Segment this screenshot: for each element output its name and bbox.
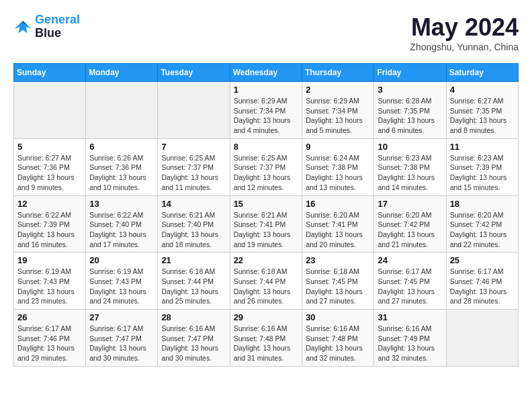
calendar-cell xyxy=(158,82,230,139)
calendar-week: 1Sunrise: 6:29 AM Sunset: 7:34 PM Daylig… xyxy=(14,82,519,139)
calendar-table: SundayMondayTuesdayWednesdayThursdayFrid… xyxy=(13,63,519,367)
day-number: 2 xyxy=(306,85,370,95)
calendar-week: 26Sunrise: 6:17 AM Sunset: 7:46 PM Dayli… xyxy=(14,310,519,367)
day-number: 17 xyxy=(378,199,442,209)
day-info: Sunrise: 6:29 AM Sunset: 7:34 PM Dayligh… xyxy=(306,96,370,136)
calendar-cell: 18Sunrise: 6:20 AM Sunset: 7:42 PM Dayli… xyxy=(446,195,518,253)
calendar-cell: 26Sunrise: 6:17 AM Sunset: 7:46 PM Dayli… xyxy=(14,310,86,367)
day-info: Sunrise: 6:18 AM Sunset: 7:44 PM Dayligh… xyxy=(234,267,299,306)
day-number: 12 xyxy=(17,199,82,209)
calendar-body: 1Sunrise: 6:29 AM Sunset: 7:34 PM Daylig… xyxy=(14,82,519,367)
calendar-cell: 21Sunrise: 6:18 AM Sunset: 7:44 PM Dayli… xyxy=(158,253,230,310)
day-number: 14 xyxy=(161,199,226,209)
calendar-cell: 22Sunrise: 6:18 AM Sunset: 7:44 PM Dayli… xyxy=(230,253,302,310)
calendar-header: SundayMondayTuesdayWednesdayThursdayFrid… xyxy=(14,64,519,82)
calendar-cell: 10Sunrise: 6:23 AM Sunset: 7:38 PM Dayli… xyxy=(374,138,446,195)
calendar-cell: 27Sunrise: 6:17 AM Sunset: 7:47 PM Dayli… xyxy=(86,310,158,367)
day-number: 16 xyxy=(306,199,370,209)
calendar-cell xyxy=(86,82,158,139)
title-area: May 2024 Zhongshu, Yunnan, China xyxy=(410,13,519,52)
calendar-cell: 3Sunrise: 6:28 AM Sunset: 7:35 PM Daylig… xyxy=(374,82,446,139)
calendar-cell: 16Sunrise: 6:20 AM Sunset: 7:41 PM Dayli… xyxy=(302,195,374,253)
header-day: Saturday xyxy=(446,64,518,82)
calendar-cell: 15Sunrise: 6:21 AM Sunset: 7:41 PM Dayli… xyxy=(230,195,302,253)
day-number: 8 xyxy=(234,142,299,152)
header-day: Monday xyxy=(86,64,158,82)
day-number: 23 xyxy=(306,255,370,265)
day-info: Sunrise: 6:26 AM Sunset: 7:36 PM Dayligh… xyxy=(89,153,154,193)
day-info: Sunrise: 6:17 AM Sunset: 7:46 PM Dayligh… xyxy=(17,324,82,363)
calendar-week: 5Sunrise: 6:27 AM Sunset: 7:36 PM Daylig… xyxy=(14,138,519,195)
header-day: Wednesday xyxy=(230,64,302,82)
day-number: 4 xyxy=(450,85,515,95)
page-header: GeneralBlue May 2024 Zhongshu, Yunnan, C… xyxy=(13,13,519,52)
day-info: Sunrise: 6:19 AM Sunset: 7:43 PM Dayligh… xyxy=(89,267,154,306)
calendar-cell xyxy=(446,310,518,367)
logo: GeneralBlue xyxy=(13,13,80,40)
header-row: SundayMondayTuesdayWednesdayThursdayFrid… xyxy=(14,64,519,82)
day-info: Sunrise: 6:17 AM Sunset: 7:46 PM Dayligh… xyxy=(450,267,515,306)
day-number: 6 xyxy=(89,142,154,152)
calendar-cell: 29Sunrise: 6:16 AM Sunset: 7:48 PM Dayli… xyxy=(230,310,302,367)
day-info: Sunrise: 6:29 AM Sunset: 7:34 PM Dayligh… xyxy=(234,96,299,136)
calendar-cell xyxy=(14,82,86,139)
day-info: Sunrise: 6:16 AM Sunset: 7:48 PM Dayligh… xyxy=(234,324,299,363)
logo-icon xyxy=(13,17,32,36)
calendar-week: 12Sunrise: 6:22 AM Sunset: 7:39 PM Dayli… xyxy=(14,195,519,253)
calendar-cell: 30Sunrise: 6:16 AM Sunset: 7:48 PM Dayli… xyxy=(302,310,374,367)
day-number: 19 xyxy=(17,255,82,265)
day-info: Sunrise: 6:23 AM Sunset: 7:38 PM Dayligh… xyxy=(378,153,442,193)
day-number: 27 xyxy=(89,312,154,322)
day-info: Sunrise: 6:25 AM Sunset: 7:37 PM Dayligh… xyxy=(161,153,226,193)
day-number: 11 xyxy=(450,142,515,152)
day-info: Sunrise: 6:17 AM Sunset: 7:45 PM Dayligh… xyxy=(378,267,442,306)
calendar-cell: 17Sunrise: 6:20 AM Sunset: 7:42 PM Dayli… xyxy=(374,195,446,253)
calendar-cell: 25Sunrise: 6:17 AM Sunset: 7:46 PM Dayli… xyxy=(446,253,518,310)
calendar-week: 19Sunrise: 6:19 AM Sunset: 7:43 PM Dayli… xyxy=(14,253,519,310)
day-info: Sunrise: 6:20 AM Sunset: 7:42 PM Dayligh… xyxy=(450,210,515,250)
day-info: Sunrise: 6:22 AM Sunset: 7:40 PM Dayligh… xyxy=(89,210,154,250)
calendar-cell: 4Sunrise: 6:27 AM Sunset: 7:35 PM Daylig… xyxy=(446,82,518,139)
day-info: Sunrise: 6:16 AM Sunset: 7:49 PM Dayligh… xyxy=(378,324,442,363)
day-number: 18 xyxy=(450,199,515,209)
header-day: Sunday xyxy=(14,64,86,82)
calendar-cell: 7Sunrise: 6:25 AM Sunset: 7:37 PM Daylig… xyxy=(158,138,230,195)
day-info: Sunrise: 6:18 AM Sunset: 7:44 PM Dayligh… xyxy=(161,267,226,306)
header-day: Friday xyxy=(374,64,446,82)
calendar-cell: 12Sunrise: 6:22 AM Sunset: 7:39 PM Dayli… xyxy=(14,195,86,253)
day-number: 31 xyxy=(378,312,442,322)
day-info: Sunrise: 6:23 AM Sunset: 7:39 PM Dayligh… xyxy=(450,153,515,193)
day-info: Sunrise: 6:16 AM Sunset: 7:48 PM Dayligh… xyxy=(306,324,370,363)
calendar-cell: 9Sunrise: 6:24 AM Sunset: 7:38 PM Daylig… xyxy=(302,138,374,195)
day-info: Sunrise: 6:16 AM Sunset: 7:47 PM Dayligh… xyxy=(161,324,226,363)
day-number: 29 xyxy=(234,312,299,322)
day-info: Sunrise: 6:17 AM Sunset: 7:47 PM Dayligh… xyxy=(89,324,154,363)
calendar-cell: 8Sunrise: 6:25 AM Sunset: 7:37 PM Daylig… xyxy=(230,138,302,195)
day-number: 3 xyxy=(378,85,442,95)
month-title: May 2024 xyxy=(410,13,519,42)
day-number: 21 xyxy=(161,255,226,265)
calendar-cell: 24Sunrise: 6:17 AM Sunset: 7:45 PM Dayli… xyxy=(374,253,446,310)
day-info: Sunrise: 6:22 AM Sunset: 7:39 PM Dayligh… xyxy=(17,210,82,250)
day-number: 7 xyxy=(161,142,226,152)
day-number: 28 xyxy=(161,312,226,322)
calendar-cell: 2Sunrise: 6:29 AM Sunset: 7:34 PM Daylig… xyxy=(302,82,374,139)
day-info: Sunrise: 6:27 AM Sunset: 7:35 PM Dayligh… xyxy=(450,96,515,136)
calendar-cell: 23Sunrise: 6:18 AM Sunset: 7:45 PM Dayli… xyxy=(302,253,374,310)
header-day: Tuesday xyxy=(158,64,230,82)
day-info: Sunrise: 6:21 AM Sunset: 7:41 PM Dayligh… xyxy=(234,210,299,250)
day-number: 30 xyxy=(306,312,370,322)
calendar-cell: 1Sunrise: 6:29 AM Sunset: 7:34 PM Daylig… xyxy=(230,82,302,139)
day-number: 24 xyxy=(378,255,442,265)
day-info: Sunrise: 6:19 AM Sunset: 7:43 PM Dayligh… xyxy=(17,267,82,306)
day-number: 25 xyxy=(450,255,515,265)
day-info: Sunrise: 6:20 AM Sunset: 7:41 PM Dayligh… xyxy=(306,210,370,250)
calendar-cell: 5Sunrise: 6:27 AM Sunset: 7:36 PM Daylig… xyxy=(14,138,86,195)
day-number: 13 xyxy=(89,199,154,209)
day-number: 20 xyxy=(89,255,154,265)
day-info: Sunrise: 6:21 AM Sunset: 7:40 PM Dayligh… xyxy=(161,210,226,250)
logo-text: GeneralBlue xyxy=(35,13,80,40)
header-day: Thursday xyxy=(302,64,374,82)
calendar-cell: 11Sunrise: 6:23 AM Sunset: 7:39 PM Dayli… xyxy=(446,138,518,195)
calendar-cell: 19Sunrise: 6:19 AM Sunset: 7:43 PM Dayli… xyxy=(14,253,86,310)
